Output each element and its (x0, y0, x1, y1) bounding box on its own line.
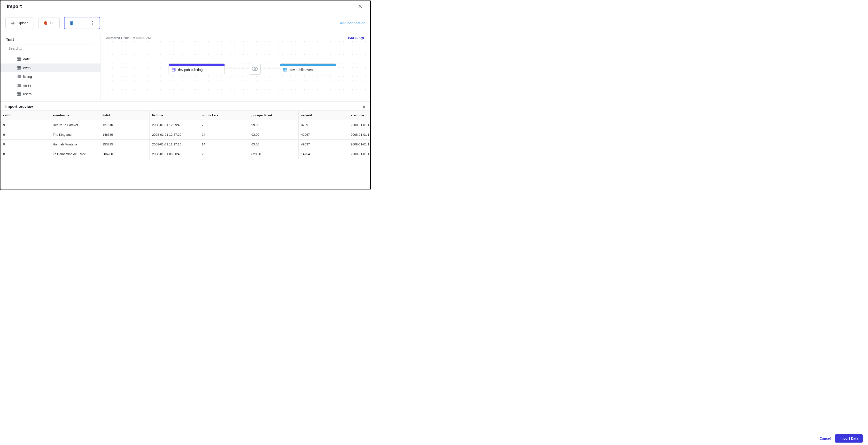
table-row[interactable]: 6The King and I1468392008-01-01 12:37:20… (1, 130, 371, 140)
cell-starttime: 2008-01-01 1 (348, 149, 371, 159)
dialog-header: Import (0, 0, 370, 12)
cell-listtime: 2008-01-01 12:37:20 (150, 130, 199, 140)
table-icon (283, 68, 287, 71)
table-row[interactable]: 8La Damnation de Faust2062802008-01-01 0… (1, 149, 371, 159)
search-input[interactable] (6, 44, 95, 52)
cell-starttime: 2008-01-01 1 (348, 140, 371, 149)
join-canvas[interactable]: Autosaved 11/18/21 at 8:30:37 AM Edit in… (101, 34, 370, 101)
join-node[interactable] (249, 63, 260, 75)
col-listid[interactable]: listid (100, 111, 150, 120)
sidebar-item-event[interactable]: event (0, 63, 100, 72)
table-icon (17, 84, 21, 87)
table-icon (17, 75, 21, 78)
cell-priceperticket: 823.00 (249, 149, 299, 159)
cell-priceperticket: 99.00 (249, 120, 299, 130)
canvas-node-listing[interactable]: dev.public.listing (168, 63, 225, 74)
chevron-up-double-icon (362, 105, 366, 108)
upload-label: Upload (18, 21, 28, 25)
cell-listtime: 2008-01-01 12:09:40 (150, 120, 199, 130)
sidebar-item-date[interactable]: date (0, 55, 100, 63)
cell-sellerid: 49537 (299, 140, 348, 149)
cell-numtickets: 7 (199, 120, 249, 130)
canvas-node-event[interactable]: dev.public.event (280, 63, 336, 74)
col-sellerid[interactable]: sellerid (299, 111, 348, 120)
cell-catid: 9 (1, 140, 51, 149)
upload-source-button[interactable]: Upload (5, 17, 33, 29)
col-priceperticket[interactable]: priceperticket (249, 111, 299, 120)
sidebar-item-label: listing (23, 75, 32, 79)
s3-source-button[interactable]: S3 (38, 17, 59, 29)
preview-table-container[interactable]: catid eventname listid listtime numticke… (0, 110, 370, 159)
col-eventname[interactable]: eventname (51, 111, 100, 120)
cell-eventname: Return To Forever (51, 120, 100, 130)
page-title: Import (7, 4, 22, 9)
sidebar-title: Test (0, 37, 100, 44)
svg-rect-1 (17, 66, 21, 69)
cell-sellerid: 14754 (299, 149, 348, 159)
sidebar-item-label: event (23, 66, 31, 70)
table-row[interactable]: 9Hannah Montana1538352008-01-01 11:17:16… (1, 140, 371, 149)
preview-title: Import preview (5, 105, 33, 109)
redshift-icon (69, 21, 74, 25)
s3-label: S3 (50, 21, 54, 25)
s3-icon (43, 21, 48, 25)
redshift-source-button[interactable]: Redshift Test ⋮ (64, 17, 100, 29)
cell-catid: 6 (1, 130, 51, 140)
cell-catid: 9 (1, 120, 51, 130)
cell-listtime: 2008-01-01 06:38:45 (150, 149, 199, 159)
table-sidebar: Test date event listing sales (0, 34, 101, 101)
cell-catid: 8 (1, 149, 51, 159)
cell-sellerid: 42967 (299, 130, 348, 140)
source-menu-button[interactable]: ⋮ (88, 20, 95, 26)
collapse-button[interactable] (362, 105, 366, 108)
node-label: dev.public.event (289, 68, 314, 72)
node-label: dev.public.listing (178, 68, 203, 72)
add-connection-link[interactable]: Add connection (340, 21, 366, 25)
sidebar-item-sales[interactable]: sales (0, 81, 100, 90)
sidebar-item-label: users (23, 92, 31, 96)
preview-header: Import preview (0, 101, 370, 110)
col-catid[interactable]: catid (1, 111, 51, 120)
svg-rect-2 (17, 75, 21, 78)
col-listtime[interactable]: listtime (150, 111, 199, 120)
svg-rect-8 (283, 68, 287, 71)
main-area: Test date event listing sales (0, 34, 370, 101)
sidebar-item-users[interactable]: users (0, 90, 100, 98)
table-icon (172, 68, 176, 71)
close-button[interactable] (356, 3, 364, 9)
table-list[interactable]: date event listing sales users (0, 55, 100, 98)
table-icon (17, 66, 21, 69)
cell-eventname: La Damnation de Faust (51, 149, 100, 159)
cell-listid: 121610 (100, 120, 150, 130)
cell-priceperticket: 63.00 (249, 140, 299, 149)
col-starttime[interactable]: starttime (348, 111, 371, 120)
cell-listid: 206280 (100, 149, 150, 159)
sidebar-item-listing[interactable]: listing (0, 72, 100, 81)
col-numtickets[interactable]: numtickets (199, 111, 249, 120)
cell-numtickets: 2 (199, 149, 249, 159)
cell-listid: 146839 (100, 130, 150, 140)
cloud-upload-icon (10, 21, 15, 25)
cell-listtime: 2008-01-01 11:17:16 (150, 140, 199, 149)
cell-listid: 153835 (100, 140, 150, 149)
source-bar: Upload S3 Redshift Test ⋮ Add connection (0, 12, 370, 34)
edit-sql-link[interactable]: Edit in SQL (348, 36, 365, 40)
cell-eventname: The King and I (51, 130, 100, 140)
join-icon (251, 66, 258, 71)
table-icon (17, 57, 21, 61)
svg-rect-3 (17, 84, 21, 87)
cell-eventname: Hannah Montana (51, 140, 100, 149)
sidebar-item-label: sales (23, 83, 31, 87)
svg-rect-0 (17, 58, 21, 61)
table-row[interactable]: 9Return To Forever1216102008-01-01 12:09… (1, 120, 371, 130)
cell-starttime: 2008-01-01 1 (348, 120, 371, 130)
table-icon (17, 92, 21, 96)
sidebar-item-label: date (23, 57, 30, 61)
svg-rect-5 (172, 68, 175, 71)
preview-table: catid eventname listid listtime numticke… (0, 110, 370, 159)
close-icon (358, 4, 362, 8)
connection-line (260, 68, 280, 69)
connection-line (225, 68, 249, 69)
cell-starttime: 2008-01-01 1 (348, 130, 371, 140)
autosaved-text: Autosaved 11/18/21 at 8:30:37 AM (106, 36, 151, 40)
